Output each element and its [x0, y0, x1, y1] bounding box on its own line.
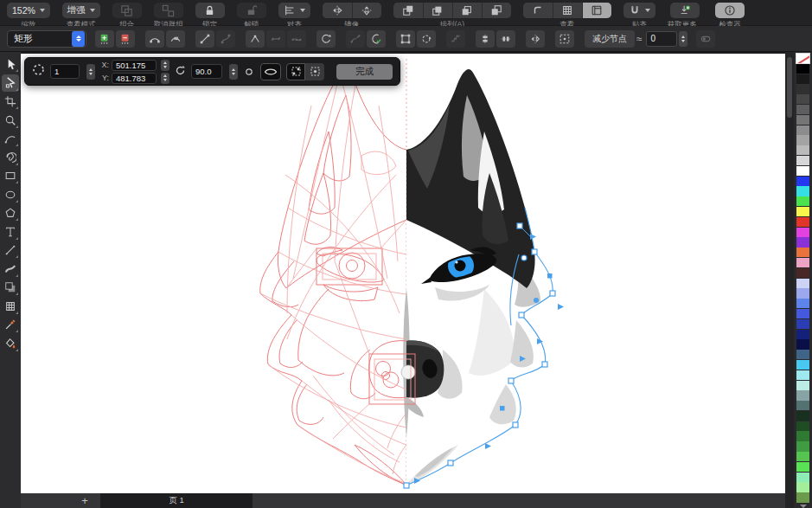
cusp-node-button[interactable] — [246, 30, 265, 48]
color-swatch[interactable] — [796, 452, 809, 461]
repeat-count-field[interactable]: 1 — [50, 64, 80, 79]
color-swatch[interactable] — [796, 74, 809, 84]
color-swatch[interactable] — [796, 84, 809, 93]
x-coordinate-field[interactable]: 501.175 — [112, 60, 157, 71]
text-tool[interactable] — [2, 223, 19, 241]
convert-to-line-button[interactable] — [195, 30, 214, 48]
rotate-skew-nodes-button[interactable] — [417, 30, 436, 48]
done-button[interactable]: 完成 — [336, 64, 393, 80]
color-swatch[interactable] — [796, 105, 809, 114]
snap-dropdown[interactable] — [623, 3, 655, 18]
reduce-nodes-button[interactable]: 减少节点 — [585, 30, 635, 48]
shape-type-select[interactable]: 矩形 — [7, 30, 86, 48]
color-swatch[interactable] — [796, 258, 809, 267]
color-swatch[interactable] — [796, 135, 809, 145]
color-swatch[interactable] — [796, 237, 809, 247]
x-stepper[interactable] — [161, 60, 169, 71]
zoom-level-dropdown[interactable]: 152% — [7, 3, 50, 18]
mirror-vertical-button[interactable] — [352, 3, 381, 18]
angle-field[interactable]: 90.0 — [191, 64, 222, 79]
delete-node-button[interactable] — [116, 30, 135, 48]
pick-tool[interactable] — [2, 55, 19, 73]
extract-subpath-button[interactable] — [346, 30, 365, 48]
line-tool[interactable] — [2, 241, 19, 259]
view-guides-button[interactable] — [523, 3, 553, 18]
color-swatch[interactable] — [796, 421, 809, 431]
convert-to-curve-button[interactable] — [216, 30, 235, 48]
mesh-fill-tool[interactable] — [2, 298, 19, 315]
color-swatch[interactable] — [796, 145, 809, 155]
show-handles-toggle[interactable] — [286, 63, 305, 80]
color-swatch[interactable] — [796, 381, 809, 390]
color-swatch[interactable] — [796, 166, 809, 176]
color-swatch[interactable] — [796, 492, 809, 502]
no-fill-swatch[interactable] — [796, 54, 809, 63]
color-swatch[interactable] — [796, 279, 809, 288]
color-swatch[interactable] — [796, 339, 809, 349]
color-swatch[interactable] — [796, 482, 809, 492]
rectangle-tool[interactable] — [2, 167, 19, 184]
symmetrical-node-button[interactable] — [287, 30, 306, 48]
color-swatch[interactable] — [796, 319, 809, 329]
color-swatch[interactable] — [796, 390, 809, 400]
color-swatch[interactable] — [796, 64, 809, 74]
inspector-button[interactable] — [715, 3, 745, 18]
color-swatch[interactable] — [796, 186, 809, 196]
color-swatch[interactable] — [796, 299, 809, 308]
color-swatch[interactable] — [796, 441, 809, 451]
polygon-tool[interactable] — [2, 204, 19, 222]
color-swatch[interactable] — [796, 156, 809, 165]
reflect-nodes-button[interactable] — [526, 30, 545, 48]
combine-button[interactable] — [112, 3, 142, 18]
color-swatch[interactable] — [796, 125, 809, 135]
order-to-back-button[interactable] — [482, 3, 511, 18]
count-stepper[interactable] — [86, 64, 95, 80]
snap-nodes-toggle[interactable] — [305, 63, 324, 80]
color-swatch[interactable] — [796, 115, 809, 125]
freehand-tool[interactable] — [2, 130, 19, 147]
ellipse-tool[interactable] — [2, 186, 19, 203]
color-swatch[interactable] — [796, 401, 809, 410]
zoom-tool[interactable] — [2, 112, 19, 129]
y-coordinate-field[interactable]: 481.783 — [112, 73, 157, 84]
add-page-button[interactable]: + — [76, 494, 93, 507]
color-swatch[interactable] — [796, 217, 809, 227]
color-swatch[interactable] — [796, 360, 809, 370]
align-nodes-v-button[interactable] — [496, 30, 515, 48]
stretch-nodes-button[interactable] — [396, 30, 415, 48]
reduce-nodes-stepper[interactable] — [679, 31, 687, 47]
smooth-node-button[interactable] — [266, 30, 285, 48]
color-swatch[interactable] — [796, 228, 809, 237]
close-curve-button[interactable] — [367, 30, 386, 48]
color-swatch[interactable] — [796, 94, 809, 104]
reverse-direction-button[interactable] — [316, 30, 336, 48]
lock-button[interactable] — [195, 3, 225, 18]
reduce-nodes-value[interactable]: 0 — [646, 31, 677, 47]
order-to-front-button[interactable] — [393, 3, 423, 18]
drop-shadow-tool[interactable] — [2, 279, 19, 296]
color-swatch[interactable] — [796, 207, 809, 216]
align-dropdown[interactable] — [278, 3, 310, 18]
palette-scroll-down-icon[interactable] — [800, 505, 807, 508]
interactive-fill-tool[interactable] — [2, 335, 19, 352]
view-grid-button[interactable] — [553, 3, 582, 18]
color-swatch[interactable] — [796, 288, 809, 298]
align-nodes-h-button[interactable] — [476, 30, 495, 48]
artistic-media-tool[interactable] — [2, 260, 19, 278]
angle-stepper[interactable] — [229, 64, 238, 80]
color-swatch[interactable] — [796, 370, 809, 380]
color-swatch[interactable] — [796, 350, 809, 359]
y-stepper[interactable] — [161, 73, 169, 84]
break-node-button[interactable] — [166, 30, 185, 48]
anchor-point-icon[interactable] — [245, 64, 253, 80]
eyedropper-tool[interactable] — [2, 316, 19, 333]
color-swatch[interactable] — [796, 196, 809, 206]
color-swatch[interactable] — [796, 473, 809, 482]
color-swatch[interactable] — [796, 268, 809, 278]
shape-edit-tool[interactable] — [2, 74, 19, 92]
ungroup-button[interactable] — [154, 3, 183, 18]
view-page-button[interactable] — [582, 3, 611, 18]
scrollbar-thumb[interactable] — [787, 57, 792, 118]
color-swatch[interactable] — [796, 462, 809, 472]
mirror-horizontal-button[interactable] — [323, 3, 352, 18]
